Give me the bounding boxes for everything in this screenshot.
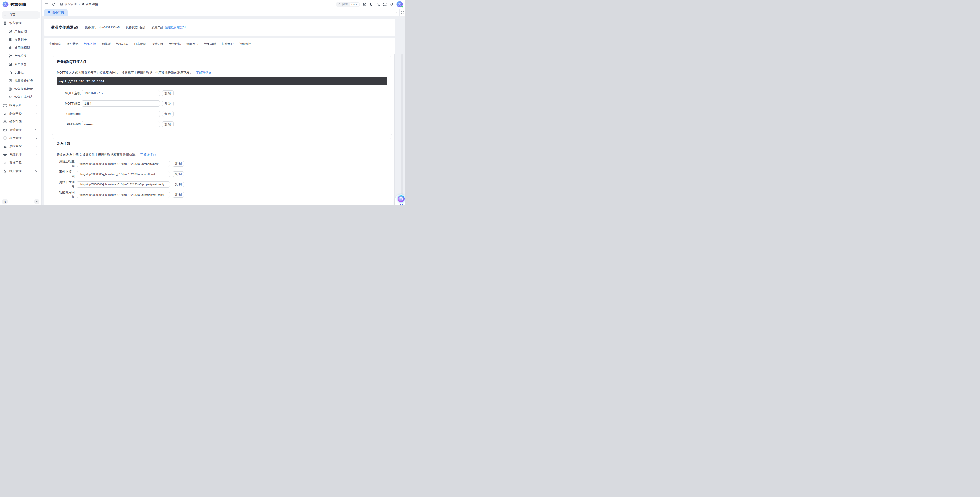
- sidebar: 秀杰智联 首页设备管理产品管理设备列表通用物模型产品分类采集任务设备组批量操作任…: [0, 0, 41, 205]
- sidebar-item-9[interactable]: 系统工具: [0, 159, 41, 167]
- tab-list-dropdown-button[interactable]: [393, 9, 399, 16]
- hamburger-menu-icon[interactable]: [45, 2, 49, 6]
- chevron-down-icon: [35, 112, 38, 115]
- sidebar-subitem-1-6[interactable]: 批量操作任务: [0, 76, 41, 85]
- mqtt-row-3: Password••••••••复 制: [57, 119, 387, 129]
- app-window: 秀杰智联 首页设备管理产品管理设备列表通用物模型产品分类采集任务设备组批量操作任…: [0, 0, 405, 205]
- sidebar-item-0[interactable]: 首页: [2, 11, 40, 19]
- sidebar-subitem-1-8[interactable]: 设备日志列表: [0, 93, 41, 101]
- detail-tab-0[interactable]: 实例信息: [49, 38, 61, 50]
- category-icon: [8, 54, 12, 58]
- detail-tab-7[interactable]: 无效数据: [169, 38, 181, 50]
- detail-tab-5[interactable]: 日志管理: [134, 38, 146, 50]
- ai-assistant-icon: AI: [398, 195, 405, 202]
- device-header-card: 温湿度传感器a5 设备编号: xjhu0132133fa5设备状态: 在线所属产…: [44, 19, 395, 36]
- mqtt-section-title: 设备端MQTT接入点: [57, 59, 86, 64]
- search-input[interactable]: 搜索 Ctrl K: [336, 2, 360, 7]
- device-title: 温湿度传感器a5: [51, 25, 78, 30]
- language-translate-icon[interactable]: [376, 2, 380, 6]
- sidebar-subitem-1-5[interactable]: 设备组: [0, 68, 41, 77]
- publish-copy-button-1[interactable]: 复 制: [172, 171, 184, 177]
- publish-section-header: 发布主题: [52, 139, 392, 149]
- chevron-down-icon: [35, 145, 38, 148]
- mqtt-copy-button-1[interactable]: 复 制: [162, 101, 173, 107]
- page-tab-label: 设备详情: [52, 11, 64, 14]
- sidebar-item-10[interactable]: 租户管理: [0, 167, 41, 175]
- mqtt-learn-more-link[interactable]: 了解详情: [196, 70, 212, 75]
- device-product-link[interactable]: 温湿度传感器01: [165, 26, 186, 29]
- log-list-icon: [8, 95, 12, 99]
- detail-tab-8[interactable]: 物联网卡: [187, 38, 199, 50]
- sidebar-subitem-1-7[interactable]: 设备操作记录: [0, 85, 41, 93]
- refresh-icon[interactable]: [52, 2, 56, 6]
- sidebar-subitem-1-1[interactable]: 设备列表: [0, 35, 41, 44]
- mqtt-copy-button-0[interactable]: 复 制: [162, 91, 173, 96]
- sidebar-item-4[interactable]: 规则引擎: [0, 118, 41, 126]
- chevron-down-icon: [35, 128, 38, 132]
- ai-assistant-label: AI助理: [399, 203, 403, 205]
- chevron-up-icon: [35, 22, 38, 25]
- notification-bell-icon[interactable]: [390, 2, 393, 6]
- detail-tab-6[interactable]: 报警记录: [151, 38, 164, 50]
- sidebar-menu: 首页设备管理产品管理设备列表通用物模型产品分类采集任务设备组批量操作任务设备操作…: [0, 11, 41, 175]
- publish-input-1[interactable]: things/up/000000/xj_humiture_01/xjhu0132…: [77, 171, 170, 177]
- sidebar-collapse-button[interactable]: «: [2, 199, 8, 204]
- publish-input-2[interactable]: things/up/000000/xj_humiture_01/xjhu0132…: [77, 182, 170, 188]
- sidebar-subitem-1-4[interactable]: 采集任务: [0, 60, 41, 68]
- publish-copy-button-3[interactable]: 复 制: [172, 192, 184, 198]
- mqtt-copy-button-3[interactable]: 复 制: [162, 121, 173, 127]
- breadcrumb: 设备管理›设备详情: [60, 2, 98, 6]
- detail-tab-2[interactable]: 设备连接: [84, 38, 96, 50]
- page-scrollbar[interactable]: [401, 54, 403, 205]
- record-icon: [8, 87, 12, 91]
- publish-row-0: 属性上报主题things/up/000000/xj_humiture_01/xj…: [57, 159, 387, 169]
- chevron-down-icon: [35, 169, 38, 172]
- sidebar-item-2[interactable]: 组合设备: [0, 101, 41, 110]
- dark-mode-moon-icon[interactable]: [369, 2, 374, 6]
- publish-input-0[interactable]: things/up/000000/xj_humiture_01/xjhu0132…: [77, 161, 170, 167]
- tools-icon: [3, 161, 7, 165]
- content-area: 温湿度传感器a5 设备编号: xjhu0132133fa5设备状态: 在线所属产…: [41, 16, 405, 205]
- mqtt-copy-button-2[interactable]: 复 制: [162, 111, 173, 117]
- publish-input-3[interactable]: things/up/000000/xj_humiture_01/xjhu0132…: [77, 192, 170, 198]
- sidebar-item-5[interactable]: 运维管理: [0, 126, 41, 134]
- fullscreen-icon[interactable]: [383, 2, 387, 6]
- publish-row-3: 功能调用回复things/up/000000/xj_humiture_01/xj…: [57, 190, 387, 200]
- mqtt-input-0[interactable]: 192.168.37.60: [81, 90, 160, 96]
- ai-assistant-button[interactable]: AI AI助理: [395, 194, 405, 205]
- sidebar-pin-button[interactable]: [34, 199, 39, 204]
- publish-learn-more-link[interactable]: 了解详情: [140, 153, 156, 157]
- sidebar-subitem-1-3[interactable]: 产品分类: [0, 52, 41, 60]
- sidebar-item-8[interactable]: 系统管理: [0, 151, 41, 159]
- sidebar-item-7[interactable]: 系统监控: [0, 142, 41, 151]
- publish-copy-button-2[interactable]: 复 制: [172, 182, 184, 187]
- sidebar-subitem-1-2[interactable]: 通用物模型: [0, 44, 41, 52]
- detail-tab-9[interactable]: 设备诊断: [204, 38, 216, 50]
- mqtt-input-2[interactable]: ••••••••••••••••••: [81, 111, 160, 117]
- detail-tab-4[interactable]: 设备功能: [116, 38, 128, 50]
- detail-tab-11[interactable]: 视频监控: [239, 38, 251, 50]
- mqtt-input-3[interactable]: ••••••••: [81, 121, 160, 127]
- breadcrumb-item-0[interactable]: 设备管理: [60, 2, 77, 6]
- sidebar-item-3[interactable]: 数据中心: [0, 110, 41, 118]
- search-placeholder: 搜索: [342, 2, 348, 6]
- publish-section-title: 发布主题: [57, 142, 70, 146]
- device-meta-1: 设备状态: 在线: [126, 25, 145, 29]
- search-icon: [338, 3, 341, 6]
- mqtt-input-1[interactable]: 1884: [81, 100, 160, 107]
- card-scrollbar[interactable]: [393, 54, 395, 205]
- sidebar-subitem-1-0[interactable]: 产品管理: [0, 27, 41, 36]
- brand-name: 秀杰智联: [10, 2, 26, 7]
- settings-gear-icon[interactable]: [363, 2, 367, 6]
- user-avatar[interactable]: [396, 1, 403, 8]
- breadcrumb-item-1[interactable]: 设备详情: [81, 2, 98, 6]
- chevron-down-icon: [35, 153, 38, 156]
- detail-tab-3[interactable]: 物模型: [102, 38, 111, 50]
- detail-tab-1[interactable]: 运行状态: [67, 38, 78, 50]
- page-tab-device-detail[interactable]: 设备详情: [44, 9, 68, 16]
- publish-copy-button-0[interactable]: 复 制: [172, 161, 184, 167]
- detail-tab-10[interactable]: 报警用户: [222, 38, 234, 50]
- sidebar-item-1[interactable]: 设备管理: [0, 19, 41, 27]
- sidebar-item-6[interactable]: 项目管理: [0, 134, 41, 142]
- content-fullscreen-button[interactable]: [399, 9, 405, 16]
